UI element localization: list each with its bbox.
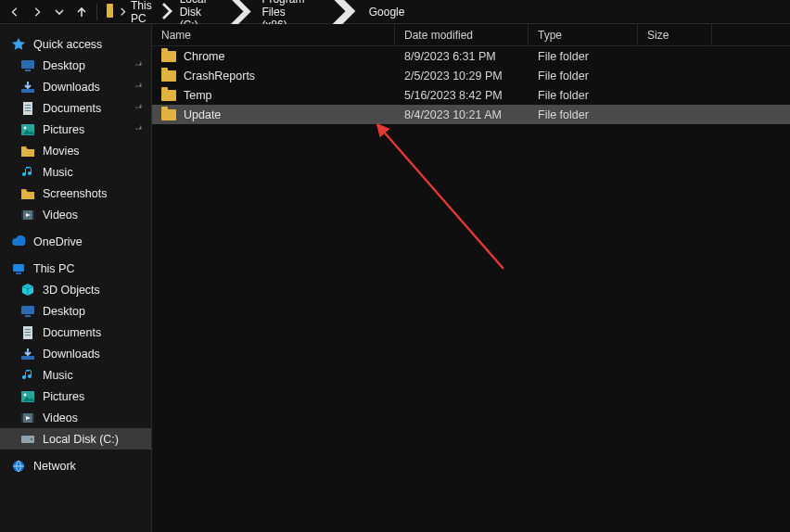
disk-icon [20,432,35,447]
breadcrumb-label: This PC [131,0,152,25]
sidebar-item[interactable]: Local Disk (C:) [0,428,151,450]
breadcrumb-google[interactable]: Google [369,6,405,19]
file-name: Update [184,108,221,121]
recent-locations-button[interactable] [48,2,70,22]
pictures-icon [20,122,35,137]
file-name: Chrome [184,50,224,63]
sidebar-item-label: Desktop [43,305,85,318]
desktop-icon [20,58,35,73]
navigation-pane: Quick access DesktopDownloadsDocumentsPi… [0,24,152,532]
file-type: File folder [538,89,589,102]
sidebar-item[interactable]: Movies [0,140,151,161]
sidebar-item-label: Desktop [43,59,85,72]
downloads-icon [20,80,35,95]
sidebar-item-label: Pictures [43,390,84,403]
sidebar-item-label: 3D Objects [43,284,100,297]
file-row[interactable]: Chrome8/9/2023 6:31 PMFile folder [152,46,790,66]
sidebar-item[interactable]: Pictures [0,386,151,407]
documents-icon [20,325,35,340]
column-label: Date modified [404,29,473,42]
file-date: 5/16/2023 8:42 PM [404,89,503,102]
sidebar-item[interactable]: Pictures [0,119,151,140]
sidebar-item[interactable]: Screenshots [0,183,151,204]
sidebar-item[interactable]: Downloads [0,76,151,97]
pin-icon [132,121,145,134]
sidebar-item-label: Downloads [43,348,100,361]
annotation-arrow [369,120,517,278]
column-label: Name [161,29,191,42]
column-label: Size [647,29,669,42]
file-name: Temp [184,89,212,102]
sidebar-onedrive[interactable]: OneDrive [0,231,151,252]
cloud-icon [11,234,26,249]
file-date: 2/5/2023 10:29 PM [404,70,503,82]
back-button[interactable] [4,2,26,22]
file-name: CrashReports [184,70,255,82]
sidebar-item[interactable]: Videos [0,204,151,225]
sidebar-item-label: Documents [43,326,101,339]
file-row[interactable]: Temp5/16/2023 8:42 PMFile folder [152,85,790,105]
sidebar-item[interactable]: Videos [0,407,151,428]
sidebar-item-label: Pictures [43,123,84,136]
cell-type: File folder [529,108,638,121]
chevron-right-icon [158,2,176,20]
sidebar-item[interactable]: Music [0,161,151,183]
sidebar-quick-access[interactable]: Quick access [0,33,151,55]
up-button[interactable] [70,2,93,22]
folder-icon [161,70,176,82]
music-icon [20,165,35,180]
file-row[interactable]: Update8/4/2023 10:21 AMFile folder [152,105,790,124]
file-type: File folder [538,108,589,121]
column-header-size[interactable]: Size [638,24,712,45]
separator [96,4,97,20]
sidebar-item[interactable]: Music [0,364,151,386]
breadcrumb-root-icon[interactable] [107,6,127,18]
folder-icon [20,144,35,158]
star-icon [11,37,26,52]
file-row[interactable]: CrashReports2/5/2023 10:29 PMFile folder [152,66,790,85]
column-header-type[interactable]: Type [529,24,638,45]
downloads-icon [20,347,35,361]
videos-icon [20,208,35,222]
sidebar-item-label: Movies [43,145,80,158]
sidebar-item-label: Local Disk (C:) [43,433,119,446]
cell-type: File folder [529,50,638,63]
sidebar-this-pc[interactable]: This PC [0,258,151,279]
folder-icon [107,6,113,18]
sidebar-item[interactable]: Documents [0,322,151,343]
file-type: File folder [538,50,589,63]
cell-name: Chrome [152,50,395,63]
chevron-right-icon [119,7,127,16]
sidebar-item[interactable]: Downloads [0,343,151,364]
file-rows: Chrome8/9/2023 6:31 PMFile folderCrashRe… [152,46,790,124]
breadcrumb-this-pc[interactable]: This PC [131,0,176,25]
sidebar-item-label: Downloads [43,81,100,94]
folder-icon [161,90,176,101]
folder-icon [20,186,35,201]
sidebar-item-label: Documents [43,102,101,115]
cell-type: File folder [529,89,638,102]
file-date: 8/9/2023 6:31 PM [404,50,496,63]
sidebar-item[interactable]: Desktop [0,55,151,76]
music-icon [20,368,35,383]
cell-date: 2/5/2023 10:29 PM [395,70,529,82]
sidebar-item[interactable]: 3D Objects [0,279,151,300]
sidebar-item-label: Videos [43,412,78,424]
cell-date: 5/16/2023 8:42 PM [395,89,529,102]
network-icon [11,459,26,474]
sidebar-item[interactable]: Documents [0,97,151,119]
forward-button[interactable] [26,2,48,22]
svg-line-17 [382,130,503,269]
file-type: File folder [538,70,589,82]
column-header-name[interactable]: Name [152,24,395,45]
sidebar-item[interactable]: Desktop [0,300,151,322]
cell-date: 8/9/2023 6:31 PM [395,50,529,63]
column-headers: Name Date modified Type Size [152,24,790,46]
sidebar-item-label: This PC [33,262,74,275]
address-bar: This PC Local Disk (C:) Program Files (x… [0,0,790,24]
folder-icon [161,109,176,120]
column-header-date[interactable]: Date modified [395,24,529,45]
pc-icon [11,261,26,276]
breadcrumb-label: Google [369,6,405,19]
sidebar-network[interactable]: Network [0,455,151,476]
